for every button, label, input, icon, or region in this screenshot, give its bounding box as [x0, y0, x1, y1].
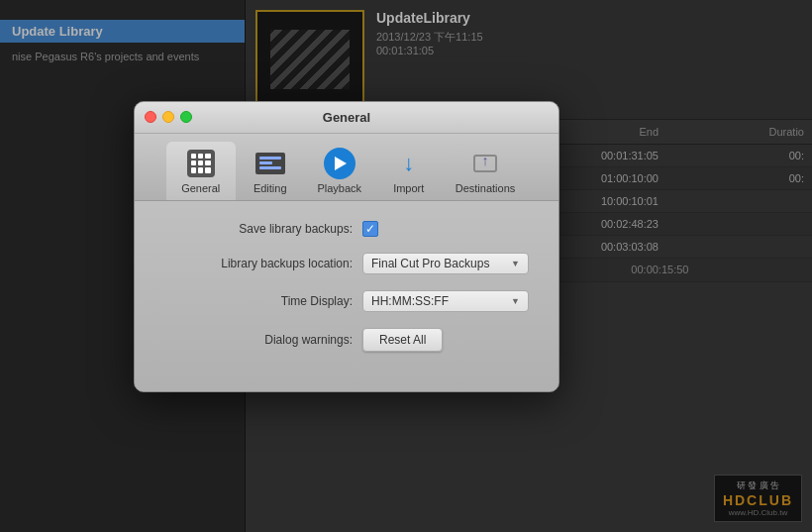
- maximize-button[interactable]: [180, 111, 192, 123]
- destinations-icon: ↑: [469, 148, 501, 179]
- tab-playback-label: Playback: [317, 182, 361, 194]
- modal-titlebar: General: [135, 102, 558, 134]
- play-triangle-icon: [335, 157, 347, 170]
- play-button-icon: [324, 148, 355, 179]
- location-dropdown[interactable]: Final Cut Pro Backups ▼: [362, 253, 529, 274]
- tab-import-label: Import: [393, 182, 424, 194]
- dialog-warnings-row: Dialog warnings: Reset All: [164, 328, 529, 352]
- location-value: Final Cut Pro Backups: [371, 257, 489, 270]
- general-preferences-modal: General Gen: [134, 101, 559, 392]
- share-icon: ↑: [470, 150, 500, 177]
- modal-title: General: [147, 110, 547, 125]
- modal-body: Save library backups: ✓ Library backups …: [135, 201, 558, 391]
- editing-icon: [254, 148, 286, 179]
- general-grid-icon: [187, 150, 215, 177]
- close-button[interactable]: [145, 111, 156, 123]
- tab-editing[interactable]: Editing: [236, 142, 305, 200]
- general-icon: [185, 148, 217, 179]
- time-display-value: HH:MM:SS:FF: [371, 294, 449, 308]
- dialog-warnings-control: Reset All: [362, 328, 529, 352]
- time-display-control: HH:MM:SS:FF ▼: [362, 290, 529, 312]
- tab-general-label: General: [181, 182, 220, 194]
- traffic-lights: [145, 111, 192, 123]
- tab-general[interactable]: General: [166, 142, 236, 200]
- editing-bars-icon: [255, 153, 285, 174]
- checkmark-icon: ✓: [365, 223, 375, 235]
- tab-playback[interactable]: Playback: [305, 142, 374, 200]
- time-display-dropdown[interactable]: HH:MM:SS:FF ▼: [362, 290, 529, 312]
- import-icon: ↓: [393, 148, 425, 179]
- save-backups-checkbox[interactable]: ✓: [362, 221, 378, 237]
- save-backups-label: Save library backups:: [164, 222, 353, 236]
- chevron-down-icon: ▼: [511, 296, 520, 306]
- minimize-button[interactable]: [162, 111, 174, 123]
- tab-destinations[interactable]: ↑ Destinations: [444, 142, 528, 200]
- tab-destinations-label: Destinations: [456, 182, 516, 194]
- tab-editing-label: Editing: [254, 182, 287, 194]
- arrow-down-icon: ↓: [403, 151, 414, 176]
- save-backups-row: Save library backups: ✓: [164, 221, 529, 237]
- preferences-toolbar: General Editing Playba: [135, 134, 558, 201]
- location-label: Library backups location:: [164, 257, 353, 270]
- playback-icon: [324, 148, 355, 179]
- chevron-down-icon: ▼: [511, 259, 520, 268]
- import-arrow-icon: ↓: [395, 150, 423, 177]
- arrow-up-icon: ↑: [481, 153, 488, 168]
- share-box-icon: ↑: [473, 155, 497, 172]
- dialog-warnings-label: Dialog warnings:: [164, 333, 353, 347]
- time-display-label: Time Display:: [164, 294, 353, 308]
- location-control: Final Cut Pro Backups ▼: [362, 253, 529, 274]
- reset-all-button[interactable]: Reset All: [362, 328, 443, 352]
- tab-import[interactable]: ↓ Import: [374, 142, 444, 200]
- time-display-row: Time Display: HH:MM:SS:FF ▼: [164, 290, 529, 312]
- save-backups-control: ✓: [362, 221, 529, 237]
- location-row: Library backups location: Final Cut Pro …: [164, 253, 529, 274]
- modal-backdrop: General Gen: [0, 0, 812, 532]
